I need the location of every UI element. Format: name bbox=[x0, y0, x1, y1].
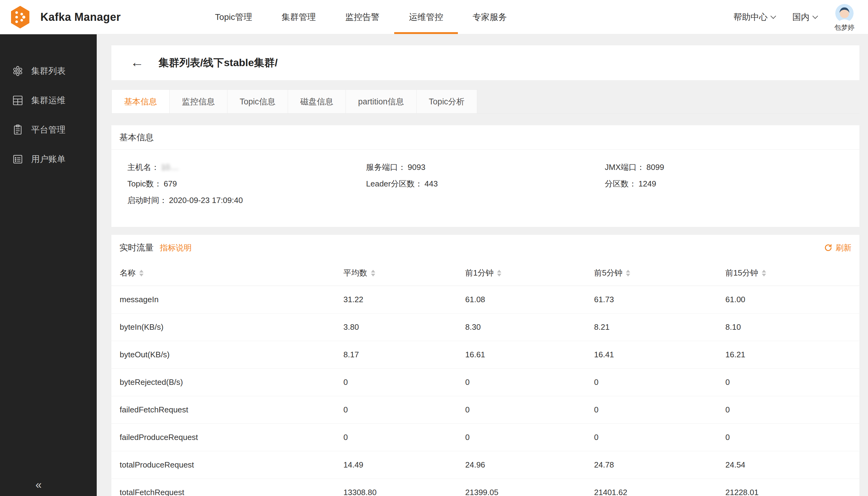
metric-name-cell: failedProduceRequest bbox=[111, 423, 343, 451]
nav-expert-service[interactable]: 专家服务 bbox=[458, 0, 522, 34]
region-label: 国内 bbox=[792, 11, 809, 23]
help-center-label: 帮助中心 bbox=[733, 11, 768, 23]
field-value: 1249 bbox=[638, 179, 656, 188]
sidebar-footer: « bbox=[0, 479, 97, 496]
basic-info-fields: 主机名：10.... 服务端口：9093 JMX端口：8099 Topic数：6… bbox=[111, 150, 859, 227]
sidebar-item-user-billing[interactable]: 用户账单 bbox=[0, 144, 97, 174]
sidebar-item-cluster-list[interactable]: 集群列表 bbox=[0, 56, 97, 86]
metric-name-cell: totalFetchRequest bbox=[111, 479, 343, 496]
tab-label: partition信息 bbox=[358, 96, 404, 107]
table-row: byteOut(KB/s)8.1716.6116.4116.21 bbox=[111, 341, 859, 368]
help-center-menu[interactable]: 帮助中心 bbox=[733, 11, 775, 23]
sort-icon[interactable] bbox=[371, 270, 375, 277]
cluster-ops-icon bbox=[12, 94, 24, 107]
user-billing-icon bbox=[12, 153, 24, 165]
chevron-down-icon bbox=[812, 13, 818, 19]
metric-value-cell: 21399.05 bbox=[465, 479, 594, 496]
basic-info-card-title: 基本信息 bbox=[111, 125, 859, 150]
cluster-list-icon bbox=[12, 65, 24, 77]
tab-topic-analysis[interactable]: Topic分析 bbox=[416, 89, 477, 113]
field-service-port: 服务端口：9093 bbox=[366, 159, 605, 175]
metrics-table-header-row: 名称 平均数 前1分钟 前5分钟 前15分钟 bbox=[111, 261, 859, 286]
column-header-last-15min: 前15分钟 bbox=[725, 261, 859, 286]
metrics-description-link[interactable]: 指标说明 bbox=[160, 243, 192, 253]
table-row: failedFetchRequest0000 bbox=[111, 396, 859, 423]
region-menu[interactable]: 国内 bbox=[792, 11, 817, 23]
tab-label: Topic信息 bbox=[240, 96, 275, 107]
metric-value-cell: 0 bbox=[725, 423, 859, 451]
field-label: 分区数： bbox=[605, 179, 637, 188]
metric-value-cell: 0 bbox=[465, 396, 594, 423]
field-value: 443 bbox=[425, 179, 438, 188]
nav-label: 集群管理 bbox=[282, 11, 316, 23]
metric-value-cell: 8.17 bbox=[343, 341, 465, 368]
sort-icon[interactable] bbox=[762, 270, 766, 277]
chevron-down-icon bbox=[770, 13, 776, 19]
table-row: byteIn(KB/s)3.808.308.218.10 bbox=[111, 313, 859, 341]
metric-value-cell: 13308.80 bbox=[343, 479, 465, 496]
metric-value-cell: 0 bbox=[725, 396, 859, 423]
metrics-table: 名称 平均数 前1分钟 前5分钟 前15分钟 messageI bbox=[111, 261, 859, 496]
metrics-table-body: messageIn31.2261.0861.7361.00byteIn(KB/s… bbox=[111, 286, 859, 496]
app-title: Kafka Manager bbox=[41, 11, 121, 24]
column-header-average: 平均数 bbox=[343, 261, 465, 286]
metric-value-cell: 61.08 bbox=[465, 286, 594, 313]
sidebar-item-label: 用户账单 bbox=[31, 153, 65, 165]
nav-ops-control[interactable]: 运维管控 bbox=[394, 0, 458, 34]
sidebar-menu: 集群列表 集群运维 平台管理 bbox=[0, 34, 97, 174]
metric-value-cell: 0 bbox=[725, 368, 859, 396]
table-row: totalProduceRequest14.4924.9624.7824.54 bbox=[111, 451, 859, 479]
column-header-name: 名称 bbox=[111, 261, 343, 286]
metric-value-cell: 0 bbox=[594, 368, 725, 396]
nav-topic-management[interactable]: Topic管理 bbox=[201, 0, 267, 34]
sort-icon[interactable] bbox=[497, 270, 501, 277]
refresh-button[interactable]: 刷新 bbox=[824, 243, 851, 253]
field-value: 10.... bbox=[161, 162, 179, 172]
metric-name-cell: byteIn(KB/s) bbox=[111, 313, 343, 341]
metric-value-cell: 21401.62 bbox=[594, 479, 725, 496]
metric-value-cell: 16.61 bbox=[465, 341, 594, 368]
tab-bar: 基本信息 监控信息 Topic信息 磁盘信息 partition信息 Topic… bbox=[111, 89, 859, 113]
field-label: 主机名： bbox=[127, 162, 159, 172]
tab-partition-info[interactable]: partition信息 bbox=[346, 89, 416, 113]
nav-cluster-management[interactable]: 集群管理 bbox=[267, 0, 331, 34]
column-label: 平均数 bbox=[343, 268, 367, 278]
table-row: messageIn31.2261.0861.7361.00 bbox=[111, 286, 859, 313]
metric-name-cell: byteRejected(B/s) bbox=[111, 368, 343, 396]
metric-value-cell: 14.49 bbox=[343, 451, 465, 479]
platform-admin-icon bbox=[12, 124, 24, 136]
app-logo-icon bbox=[8, 5, 32, 29]
user-menu[interactable]: 包梦婷 bbox=[834, 2, 854, 32]
column-label: 名称 bbox=[120, 268, 136, 278]
metric-value-cell: 0 bbox=[465, 423, 594, 451]
field-value: 8099 bbox=[646, 162, 664, 172]
field-value: 9093 bbox=[408, 162, 425, 172]
tab-disk-info[interactable]: 磁盘信息 bbox=[288, 89, 346, 113]
metric-value-cell: 24.78 bbox=[594, 451, 725, 479]
avatar bbox=[835, 4, 854, 22]
metric-name-cell: totalProduceRequest bbox=[111, 451, 343, 479]
field-label: Topic数： bbox=[127, 179, 162, 188]
nav-label: 运维管控 bbox=[409, 11, 443, 23]
sidebar-item-platform-admin[interactable]: 平台管理 bbox=[0, 115, 97, 144]
metric-value-cell: 0 bbox=[465, 368, 594, 396]
table-row: failedProduceRequest0000 bbox=[111, 423, 859, 451]
metric-value-cell: 0 bbox=[594, 396, 725, 423]
tab-topic-info[interactable]: Topic信息 bbox=[227, 89, 288, 113]
sidebar-item-cluster-ops[interactable]: 集群运维 bbox=[0, 86, 97, 115]
metric-name-cell: messageIn bbox=[111, 286, 343, 313]
sidebar-collapse-button[interactable]: « bbox=[35, 479, 42, 491]
tab-basic-info[interactable]: 基本信息 bbox=[111, 89, 170, 113]
tab-label: 磁盘信息 bbox=[300, 96, 333, 107]
back-arrow-icon[interactable]: ← bbox=[130, 56, 144, 69]
sort-icon[interactable] bbox=[626, 270, 630, 277]
nav-label: Topic管理 bbox=[215, 11, 252, 23]
tab-monitor-info[interactable]: 监控信息 bbox=[170, 89, 227, 113]
nav-monitor-alert[interactable]: 监控告警 bbox=[331, 0, 394, 34]
metric-value-cell: 61.00 bbox=[725, 286, 859, 313]
sort-icon[interactable] bbox=[139, 270, 144, 277]
main-content: ← 集群列表/线下stable集群/ 基本信息 监控信息 Topic信息 磁盘信… bbox=[97, 34, 868, 496]
field-label: 服务端口： bbox=[366, 162, 406, 172]
refresh-label: 刷新 bbox=[836, 243, 851, 253]
metric-value-cell: 8.21 bbox=[594, 313, 725, 341]
